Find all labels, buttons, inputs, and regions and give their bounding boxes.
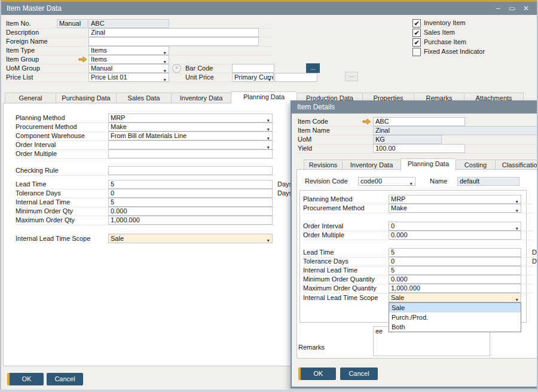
tab-purchasing-data[interactable]: Purchasing Data	[56, 93, 116, 103]
unit-price-browse-button[interactable]: ...	[345, 72, 358, 81]
dlg-lead-time-field[interactable]: 5	[389, 248, 521, 257]
procurement-method-dropdown[interactable]: Make	[108, 122, 273, 131]
component-warehouse-row: Component Warehouse From Bill of Materia…	[16, 131, 276, 141]
dlg-ok-button[interactable]: OK	[298, 368, 336, 380]
link-arrow-icon[interactable]	[78, 56, 87, 63]
dlg-tolerance-days-row: Tolerance Days 0 Days	[303, 257, 533, 267]
dlg-internal-lead-time-field[interactable]: 5	[389, 266, 521, 275]
item-no-field[interactable]: ABC	[88, 19, 169, 28]
dlg-ilt-scope-row: Internal Lead Time Scope Sale	[303, 293, 533, 302]
component-warehouse-dropdown[interactable]: From Bill of Materials Line	[108, 131, 273, 140]
order-multiple-row: Order Multiple	[16, 149, 276, 159]
item-group-row: Item Group Items	[6, 55, 274, 65]
fixed-asset-label: Fixed Asset Indicator	[424, 48, 485, 55]
dlg-max-order-qty-field[interactable]: 1,000.000	[389, 284, 521, 293]
uom-group-dropdown[interactable]: Manual	[88, 64, 169, 73]
inventory-item-checkbox[interactable]: ✔	[412, 19, 421, 27]
max-order-qty-field[interactable]: 1,000.000	[108, 216, 273, 225]
dlg-item-code-label: Item Code	[298, 118, 328, 125]
bar-code-browse-button[interactable]: ...	[306, 63, 320, 73]
order-interval-label: Order Interval	[16, 141, 56, 148]
planning-method-label: Planning Method	[16, 114, 65, 121]
lead-time-row: Lead Time 5 Days	[16, 180, 276, 189]
lead-time-field[interactable]: 5	[108, 180, 273, 189]
item-group-dropdown[interactable]: Items	[88, 55, 169, 64]
dlg-procurement-method-label: Procurement Method	[303, 204, 365, 212]
procurement-method-row: Procurement Method Make	[16, 122, 276, 132]
checking-rule-field[interactable]	[108, 166, 273, 175]
dlg-lead-time-row: Lead Time 5 Days	[303, 248, 533, 258]
scope-option-sale[interactable]: Sale	[389, 303, 521, 313]
ilt-scope-row: Internal Lead Time Scope Sale	[16, 234, 276, 243]
tolerance-days-label: Tolerance Days	[16, 189, 61, 197]
unit-price-field[interactable]	[274, 73, 317, 82]
order-multiple-field[interactable]	[108, 149, 273, 158]
dialog-title: Item Details	[297, 103, 335, 111]
order-interval-dropdown[interactable]	[108, 140, 273, 149]
tab-sales-data[interactable]: Sales Data	[116, 93, 171, 103]
sales-item-checkbox[interactable]: ✔	[412, 29, 421, 37]
dlg-min-order-qty-field[interactable]: 0.000	[389, 275, 521, 284]
internal-lead-time-row: Internal Lead Time 5	[16, 198, 276, 207]
dlg-link-arrow-icon[interactable]	[362, 118, 371, 125]
dlg-ilt-scope-dropdown[interactable]: Sale	[389, 293, 521, 302]
item-type-dropdown[interactable]: Items	[88, 46, 169, 55]
tab-inventory-data[interactable]: Inventory Data	[171, 93, 231, 103]
planning-method-dropdown[interactable]: MRP	[108, 114, 273, 122]
maximize-icon[interactable]: ▭	[508, 2, 517, 15]
tab-general[interactable]: General	[5, 93, 56, 103]
dlg-tab-planning-data[interactable]: Planning Data	[401, 158, 456, 170]
internal-lead-time-field[interactable]: 5	[108, 198, 273, 207]
ok-button[interactable]: OK	[7, 373, 44, 385]
dlg-revision-code-dropdown[interactable]: code00	[358, 177, 415, 186]
price-list-row: Price List Price List 01 Unit Price Prim…	[6, 73, 274, 82]
dlg-procurement-method-dropdown[interactable]: Make	[389, 204, 521, 213]
dialog-titlebar: Item Details	[292, 100, 538, 114]
component-warehouse-label: Component Warehouse	[16, 132, 85, 139]
dlg-item-name-field: Zinal	[373, 126, 538, 135]
uom-list-icon[interactable]: ≡	[172, 64, 181, 73]
fixed-asset-checkbox[interactable]	[412, 48, 421, 56]
dlg-name-field: default	[457, 177, 519, 186]
tolerance-days-field[interactable]: 0	[108, 189, 273, 198]
close-icon[interactable]: ✕	[521, 2, 531, 15]
scope-option-both[interactable]: Both	[389, 322, 521, 332]
sales-item-label: Sales Item	[424, 29, 455, 36]
dlg-cancel-button[interactable]: Cancel	[340, 368, 378, 380]
min-order-qty-row: Minimum Order Qty 0.000	[16, 207, 276, 216]
dlg-tolerance-days-field[interactable]: 0	[389, 257, 521, 266]
foreign-name-field[interactable]	[88, 37, 259, 46]
unit-price-label: Unit Price	[185, 74, 214, 81]
checking-rule-row: Checking Rule	[16, 166, 276, 176]
minimize-icon[interactable]: –	[493, 2, 503, 15]
dlg-planning-method-dropdown[interactable]: MRP	[389, 195, 521, 204]
dlg-internal-lead-time-label: Internal Lead Time	[303, 267, 357, 274]
tab-planning-data[interactable]: Planning Data	[231, 91, 296, 103]
dlg-yield-row: Yield 100.00	[298, 144, 538, 154]
scope-option-purch-prod[interactable]: Purch./Prod.	[389, 313, 521, 322]
dlg-tolerance-days-label: Tolerance Days	[303, 258, 349, 265]
dlg-order-multiple-field[interactable]: 0.000	[389, 231, 521, 240]
dlg-uom-label: UoM	[298, 136, 311, 143]
purchase-item-checkbox[interactable]: ✔	[412, 38, 421, 47]
min-order-qty-field[interactable]: 0.000	[108, 207, 273, 216]
dlg-max-order-qty-row: Maximum Order Quantity 1,000.000	[303, 284, 533, 293]
dlg-item-code-row: Item Code ABC	[298, 117, 538, 127]
dlg-min-order-qty-label: Minimum Order Quantity	[303, 275, 375, 283]
dlg-revision-row: Revision Code code00 Name default	[305, 177, 538, 186]
max-order-qty-label: Maximum Order Qty	[16, 216, 75, 223]
dlg-order-multiple-row: Order Multiple 0.000	[303, 231, 533, 240]
description-field[interactable]: Zinal	[88, 28, 259, 37]
dlg-order-interval-dropdown[interactable]: 0	[389, 222, 521, 231]
ilt-scope-dropdown[interactable]: Sale	[108, 234, 273, 243]
item-no-row: Item No. Manual ABC	[6, 19, 274, 29]
cancel-button[interactable]: Cancel	[47, 373, 83, 385]
item-no-mode-field[interactable]: Manual	[57, 19, 88, 28]
dlg-yield-field[interactable]: 100.00	[373, 144, 465, 153]
currency-dropdown[interactable]: Primary Curre	[232, 73, 274, 82]
bar-code-field[interactable]	[232, 64, 274, 73]
dlg-item-code-field[interactable]: ABC	[373, 117, 465, 126]
item-group-label: Item Group	[6, 56, 39, 63]
price-list-dropdown[interactable]: Price List 01	[88, 73, 169, 82]
uom-group-label: UoM Group	[6, 65, 40, 72]
